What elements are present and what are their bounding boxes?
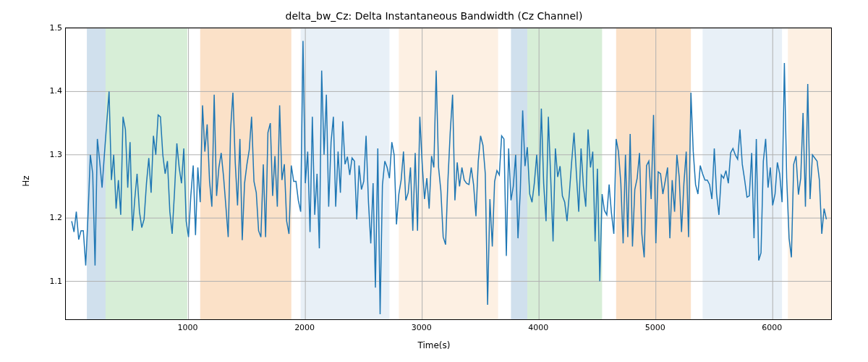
shaded-band (616, 28, 691, 319)
chart-title: delta_bw_Cz: Delta Instantaneous Bandwid… (0, 10, 868, 22)
y-axis-label: Hz (20, 0, 32, 362)
plot-area (65, 28, 832, 320)
shaded-band (511, 28, 527, 319)
x-axis-label: Time(s) (0, 340, 868, 350)
y-tick: 1.4 (41, 86, 62, 96)
x-tick: 4000 (528, 323, 548, 332)
shaded-band (527, 28, 602, 319)
x-tick: 1000 (178, 323, 198, 332)
plot-svg (66, 28, 831, 319)
x-tick: 5000 (645, 323, 665, 332)
y-tick: 1.3 (41, 149, 62, 159)
x-tick: 6000 (762, 323, 782, 332)
x-tick: 3000 (412, 323, 432, 332)
y-tick: 1.1 (41, 276, 62, 285)
y-tick: 1.5 (41, 23, 62, 33)
y-tick: 1.2 (41, 213, 62, 222)
x-tick: 2000 (294, 323, 315, 332)
figure: delta_bw_Cz: Delta Instantaneous Bandwid… (0, 0, 868, 362)
